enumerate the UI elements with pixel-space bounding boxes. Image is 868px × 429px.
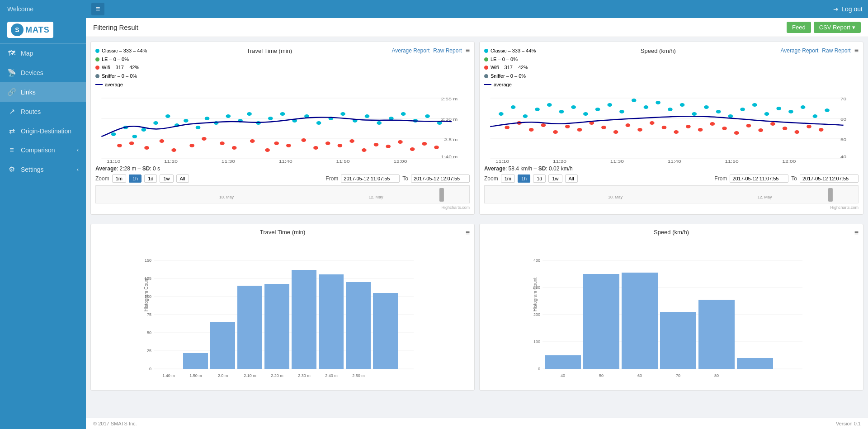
feed-button[interactable]: Feed — [787, 22, 811, 33]
tt-to-input[interactable] — [411, 174, 470, 183]
tt-stats: Average: 2:28 m – SD: 0 s — [95, 165, 470, 172]
svg-point-82 — [511, 105, 516, 109]
tt-raw-report[interactable]: Raw Report — [433, 47, 462, 54]
tt-avg-report[interactable]: Average Report — [392, 47, 429, 54]
svg-text:12:00: 12:00 — [393, 159, 407, 164]
sp-legend-avg: average — [494, 80, 512, 89]
svg-point-51 — [301, 138, 306, 142]
sidebar-item-routes[interactable]: ↗ Routes — [0, 102, 86, 121]
svg-text:11:20: 11:20 — [164, 159, 178, 164]
devices-icon: 📡 — [7, 68, 16, 77]
svg-point-50 — [286, 144, 291, 147]
svg-text:2:10 m: 2:10 m — [244, 373, 256, 378]
tt-zoom-1w[interactable]: 1w — [160, 174, 173, 183]
svg-point-54 — [338, 144, 343, 147]
svg-point-100 — [728, 114, 733, 118]
svg-point-131 — [770, 122, 775, 126]
logout-area[interactable]: ⇥ Log out — [833, 5, 863, 13]
svg-rect-192 — [660, 312, 696, 369]
tt-from-input[interactable] — [341, 174, 400, 183]
svg-point-125 — [698, 128, 703, 132]
svg-point-109 — [505, 126, 509, 129]
svg-point-105 — [788, 110, 793, 113]
svg-point-112 — [541, 123, 546, 127]
svg-text:400: 400 — [533, 258, 540, 263]
od-icon: ⇄ — [7, 127, 16, 135]
sp-from-input[interactable] — [730, 174, 788, 183]
svg-point-43 — [189, 144, 194, 147]
svg-point-57 — [374, 143, 379, 146]
copyright: © 2017 SMATS Inc. — [93, 421, 137, 426]
topbar: ≡ ⇥ Log out — [86, 0, 868, 18]
sidebar-item-devices[interactable]: 📡 Devices — [0, 63, 86, 82]
version: Version 0.1 — [836, 421, 861, 426]
sp-zoom-1m[interactable]: 1m — [501, 174, 515, 183]
svg-text:11:10: 11:10 — [107, 159, 120, 164]
svg-text:75: 75 — [147, 312, 151, 317]
svg-text:2:30 m: 2:30 m — [298, 373, 311, 378]
sp-stats: Average: 58.4 km/h – SD: 0.02 km/h — [484, 165, 859, 172]
filter-title: Filtering Result — [93, 24, 138, 31]
svg-point-11 — [141, 128, 146, 132]
svg-text:2:55 m: 2:55 m — [441, 97, 458, 101]
tt-hist-menu[interactable]: ≡ — [466, 229, 470, 237]
sp-zoom-all[interactable]: All — [565, 174, 578, 183]
svg-point-129 — [746, 124, 751, 127]
svg-text:10. May: 10. May — [608, 195, 623, 199]
svg-text:11:40: 11:40 — [279, 159, 292, 164]
charts-top-row: Classic – 333 – 44% LE – 0 – 0% Wifi – 3… — [86, 37, 868, 219]
svg-point-103 — [764, 112, 769, 116]
tt-menu-icon[interactable]: ≡ — [466, 47, 470, 55]
sp-to-input[interactable] — [800, 174, 859, 183]
svg-text:200: 200 — [533, 312, 540, 317]
routes-icon: ↗ — [7, 107, 16, 116]
tt-zoom-1m[interactable]: 1m — [112, 174, 126, 183]
sp-menu-icon[interactable]: ≡ — [854, 47, 859, 55]
tt-zoom-all[interactable]: All — [176, 174, 189, 183]
tt-zoom-1h[interactable]: 1h — [129, 174, 142, 183]
svg-text:2:20 m: 2:20 m — [271, 373, 283, 378]
logo: S MATS — [7, 22, 53, 38]
sidebar-item-settings-label: Settings — [21, 166, 44, 173]
welcome-text: Welcome — [0, 0, 86, 18]
tt-to-label: To — [402, 175, 408, 182]
speed-panel: Classic – 333 – 44% LE – 0 – 0% Wifi – 3… — [479, 42, 863, 215]
svg-point-27 — [316, 121, 321, 125]
sidebar: Welcome S MATS 🗺 Map 📡 Devices 🔗 Links ↗… — [0, 0, 86, 429]
svg-text:12:00: 12:00 — [782, 159, 796, 164]
menu-button[interactable]: ≡ — [91, 3, 104, 15]
svg-point-55 — [349, 139, 354, 143]
svg-point-45 — [220, 141, 225, 145]
sidebar-item-settings[interactable]: ⚙ Settings ‹ — [0, 160, 86, 179]
svg-text:11:40: 11:40 — [668, 159, 681, 164]
tt-zoom-bar: Zoom 1m 1h 1d 1w All From To — [95, 174, 470, 183]
tt-histogram-svg: 0 25 50 75 100 125 150 Histogra — [95, 239, 470, 384]
sp-zoom-1h[interactable]: 1h — [518, 174, 530, 183]
svg-text:Histogram Count: Histogram Count — [533, 278, 538, 311]
sp-raw-report[interactable]: Raw Report — [822, 47, 850, 54]
sidebar-item-links[interactable]: 🔗 Links — [0, 82, 86, 102]
svg-point-92 — [632, 99, 637, 102]
logout-icon: ⇥ — [833, 5, 839, 13]
svg-point-115 — [577, 128, 582, 132]
svg-rect-165 — [264, 284, 289, 369]
sp-zoom-1w[interactable]: 1w — [548, 174, 562, 183]
svg-point-34 — [401, 112, 406, 116]
svg-text:25: 25 — [147, 349, 151, 353]
sidebar-item-origin-destination[interactable]: ⇄ Origin-Destination — [0, 121, 86, 141]
sp-zoom-1d[interactable]: 1d — [533, 174, 546, 183]
svg-point-40 — [144, 146, 149, 150]
csv-report-button[interactable]: CSV Report ▾ — [814, 22, 861, 33]
svg-point-58 — [386, 145, 391, 148]
svg-point-56 — [362, 148, 367, 152]
svg-point-133 — [794, 130, 799, 134]
sidebar-item-map[interactable]: 🗺 Map — [0, 44, 86, 63]
tt-zoom-1d[interactable]: 1d — [144, 174, 157, 183]
svg-point-128 — [734, 131, 739, 135]
sidebar-item-comparison[interactable]: ≡ Comparison ‹ — [0, 141, 86, 160]
svg-point-38 — [117, 144, 122, 147]
sp-histogram-panel: Speed (km/h) ≡ 0 100 200 300 400 Histogr… — [479, 224, 863, 391]
svg-point-104 — [776, 107, 781, 110]
sp-avg-report[interactable]: Average Report — [780, 47, 818, 54]
sp-hist-menu[interactable]: ≡ — [854, 229, 859, 237]
